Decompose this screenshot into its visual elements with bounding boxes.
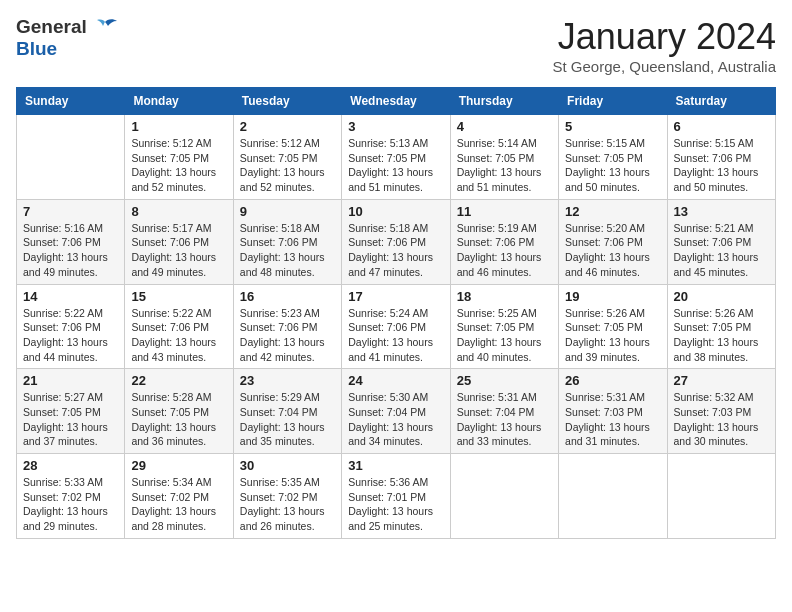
table-row: 14Sunrise: 5:22 AM Sunset: 7:06 PM Dayli… — [17, 284, 125, 369]
day-number: 19 — [565, 289, 660, 304]
calendar-week-row: 21Sunrise: 5:27 AM Sunset: 7:05 PM Dayli… — [17, 369, 776, 454]
day-info: Sunrise: 5:19 AM Sunset: 7:06 PM Dayligh… — [457, 221, 552, 280]
day-number: 1 — [131, 119, 226, 134]
col-wednesday: Wednesday — [342, 88, 450, 115]
calendar-week-row: 28Sunrise: 5:33 AM Sunset: 7:02 PM Dayli… — [17, 454, 776, 539]
table-row: 11Sunrise: 5:19 AM Sunset: 7:06 PM Dayli… — [450, 199, 558, 284]
day-info: Sunrise: 5:36 AM Sunset: 7:01 PM Dayligh… — [348, 475, 443, 534]
day-number: 3 — [348, 119, 443, 134]
calendar-header-row: Sunday Monday Tuesday Wednesday Thursday… — [17, 88, 776, 115]
table-row: 4Sunrise: 5:14 AM Sunset: 7:05 PM Daylig… — [450, 115, 558, 200]
day-number: 11 — [457, 204, 552, 219]
table-row: 29Sunrise: 5:34 AM Sunset: 7:02 PM Dayli… — [125, 454, 233, 539]
day-number: 26 — [565, 373, 660, 388]
day-number: 21 — [23, 373, 118, 388]
day-info: Sunrise: 5:34 AM Sunset: 7:02 PM Dayligh… — [131, 475, 226, 534]
day-number: 17 — [348, 289, 443, 304]
day-number: 16 — [240, 289, 335, 304]
day-info: Sunrise: 5:32 AM Sunset: 7:03 PM Dayligh… — [674, 390, 769, 449]
table-row: 24Sunrise: 5:30 AM Sunset: 7:04 PM Dayli… — [342, 369, 450, 454]
day-number: 14 — [23, 289, 118, 304]
table-row: 5Sunrise: 5:15 AM Sunset: 7:05 PM Daylig… — [559, 115, 667, 200]
day-info: Sunrise: 5:31 AM Sunset: 7:03 PM Dayligh… — [565, 390, 660, 449]
logo-bird-icon — [91, 18, 119, 36]
table-row: 9Sunrise: 5:18 AM Sunset: 7:06 PM Daylig… — [233, 199, 341, 284]
day-info: Sunrise: 5:18 AM Sunset: 7:06 PM Dayligh… — [240, 221, 335, 280]
col-thursday: Thursday — [450, 88, 558, 115]
logo-general-text: General — [16, 16, 87, 38]
table-row: 7Sunrise: 5:16 AM Sunset: 7:06 PM Daylig… — [17, 199, 125, 284]
table-row: 18Sunrise: 5:25 AM Sunset: 7:05 PM Dayli… — [450, 284, 558, 369]
day-info: Sunrise: 5:35 AM Sunset: 7:02 PM Dayligh… — [240, 475, 335, 534]
day-info: Sunrise: 5:20 AM Sunset: 7:06 PM Dayligh… — [565, 221, 660, 280]
table-row: 16Sunrise: 5:23 AM Sunset: 7:06 PM Dayli… — [233, 284, 341, 369]
title-area: January 2024 St George, Queensland, Aust… — [553, 16, 776, 75]
calendar-week-row: 7Sunrise: 5:16 AM Sunset: 7:06 PM Daylig… — [17, 199, 776, 284]
table-row: 31Sunrise: 5:36 AM Sunset: 7:01 PM Dayli… — [342, 454, 450, 539]
table-row: 15Sunrise: 5:22 AM Sunset: 7:06 PM Dayli… — [125, 284, 233, 369]
day-number: 24 — [348, 373, 443, 388]
table-row: 26Sunrise: 5:31 AM Sunset: 7:03 PM Dayli… — [559, 369, 667, 454]
day-info: Sunrise: 5:26 AM Sunset: 7:05 PM Dayligh… — [565, 306, 660, 365]
logo-blue-text: Blue — [16, 38, 57, 59]
day-info: Sunrise: 5:12 AM Sunset: 7:05 PM Dayligh… — [131, 136, 226, 195]
day-number: 10 — [348, 204, 443, 219]
location-title: St George, Queensland, Australia — [553, 58, 776, 75]
table-row — [17, 115, 125, 200]
table-row: 1Sunrise: 5:12 AM Sunset: 7:05 PM Daylig… — [125, 115, 233, 200]
day-info: Sunrise: 5:28 AM Sunset: 7:05 PM Dayligh… — [131, 390, 226, 449]
day-number: 12 — [565, 204, 660, 219]
day-number: 22 — [131, 373, 226, 388]
day-info: Sunrise: 5:22 AM Sunset: 7:06 PM Dayligh… — [131, 306, 226, 365]
header: General Blue January 2024 St George, Que… — [16, 16, 776, 75]
table-row — [559, 454, 667, 539]
day-info: Sunrise: 5:12 AM Sunset: 7:05 PM Dayligh… — [240, 136, 335, 195]
calendar-table: Sunday Monday Tuesday Wednesday Thursday… — [16, 87, 776, 539]
day-info: Sunrise: 5:23 AM Sunset: 7:06 PM Dayligh… — [240, 306, 335, 365]
col-saturday: Saturday — [667, 88, 775, 115]
day-number: 2 — [240, 119, 335, 134]
day-number: 13 — [674, 204, 769, 219]
calendar-week-row: 1Sunrise: 5:12 AM Sunset: 7:05 PM Daylig… — [17, 115, 776, 200]
day-number: 31 — [348, 458, 443, 473]
day-info: Sunrise: 5:30 AM Sunset: 7:04 PM Dayligh… — [348, 390, 443, 449]
table-row: 17Sunrise: 5:24 AM Sunset: 7:06 PM Dayli… — [342, 284, 450, 369]
month-title: January 2024 — [553, 16, 776, 58]
day-number: 18 — [457, 289, 552, 304]
table-row: 28Sunrise: 5:33 AM Sunset: 7:02 PM Dayli… — [17, 454, 125, 539]
day-info: Sunrise: 5:22 AM Sunset: 7:06 PM Dayligh… — [23, 306, 118, 365]
table-row: 12Sunrise: 5:20 AM Sunset: 7:06 PM Dayli… — [559, 199, 667, 284]
col-sunday: Sunday — [17, 88, 125, 115]
day-number: 5 — [565, 119, 660, 134]
day-number: 29 — [131, 458, 226, 473]
day-number: 23 — [240, 373, 335, 388]
day-number: 8 — [131, 204, 226, 219]
day-info: Sunrise: 5:27 AM Sunset: 7:05 PM Dayligh… — [23, 390, 118, 449]
day-info: Sunrise: 5:15 AM Sunset: 7:05 PM Dayligh… — [565, 136, 660, 195]
col-monday: Monday — [125, 88, 233, 115]
table-row: 6Sunrise: 5:15 AM Sunset: 7:06 PM Daylig… — [667, 115, 775, 200]
table-row: 3Sunrise: 5:13 AM Sunset: 7:05 PM Daylig… — [342, 115, 450, 200]
table-row: 23Sunrise: 5:29 AM Sunset: 7:04 PM Dayli… — [233, 369, 341, 454]
day-info: Sunrise: 5:24 AM Sunset: 7:06 PM Dayligh… — [348, 306, 443, 365]
table-row: 13Sunrise: 5:21 AM Sunset: 7:06 PM Dayli… — [667, 199, 775, 284]
day-info: Sunrise: 5:33 AM Sunset: 7:02 PM Dayligh… — [23, 475, 118, 534]
table-row: 25Sunrise: 5:31 AM Sunset: 7:04 PM Dayli… — [450, 369, 558, 454]
col-tuesday: Tuesday — [233, 88, 341, 115]
day-info: Sunrise: 5:29 AM Sunset: 7:04 PM Dayligh… — [240, 390, 335, 449]
table-row: 8Sunrise: 5:17 AM Sunset: 7:06 PM Daylig… — [125, 199, 233, 284]
table-row: 27Sunrise: 5:32 AM Sunset: 7:03 PM Dayli… — [667, 369, 775, 454]
day-number: 7 — [23, 204, 118, 219]
day-number: 20 — [674, 289, 769, 304]
logo: General Blue — [16, 16, 119, 60]
table-row — [667, 454, 775, 539]
calendar-week-row: 14Sunrise: 5:22 AM Sunset: 7:06 PM Dayli… — [17, 284, 776, 369]
table-row: 19Sunrise: 5:26 AM Sunset: 7:05 PM Dayli… — [559, 284, 667, 369]
day-info: Sunrise: 5:25 AM Sunset: 7:05 PM Dayligh… — [457, 306, 552, 365]
day-info: Sunrise: 5:15 AM Sunset: 7:06 PM Dayligh… — [674, 136, 769, 195]
day-info: Sunrise: 5:18 AM Sunset: 7:06 PM Dayligh… — [348, 221, 443, 280]
table-row — [450, 454, 558, 539]
day-info: Sunrise: 5:16 AM Sunset: 7:06 PM Dayligh… — [23, 221, 118, 280]
col-friday: Friday — [559, 88, 667, 115]
table-row: 20Sunrise: 5:26 AM Sunset: 7:05 PM Dayli… — [667, 284, 775, 369]
